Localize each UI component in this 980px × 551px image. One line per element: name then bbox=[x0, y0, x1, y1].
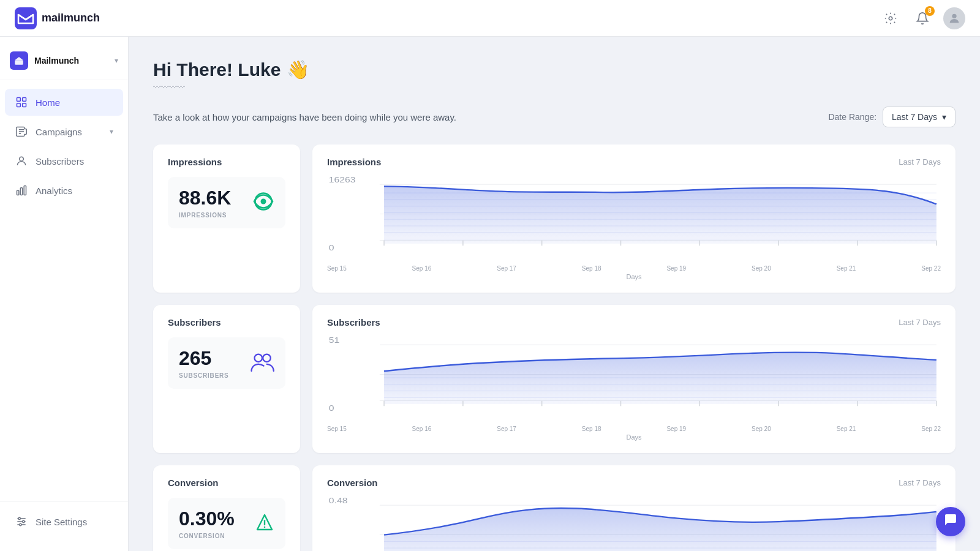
date-range-label: Date Range: bbox=[828, 112, 876, 122]
sidebar-site-settings-label: Site Settings bbox=[36, 517, 113, 527]
sub-x-label-1: Sep 16 bbox=[412, 425, 432, 432]
sub-x-label-5: Sep 20 bbox=[752, 425, 771, 432]
impressions-unit: IMPRESSIONS bbox=[179, 212, 231, 219]
org-chevron-icon: ▾ bbox=[115, 56, 118, 65]
impressions-card-title: Impressions bbox=[168, 157, 285, 167]
subscribers-row: Subscribers 265 SUBSCRIBERS bbox=[153, 305, 956, 453]
page-header: Hi There! Luke 👋 〰〰〰〰 bbox=[153, 59, 956, 92]
conversion-chart-title: Conversion bbox=[327, 478, 378, 488]
sidebar-divider bbox=[0, 80, 128, 80]
logo[interactable]: mailmunch bbox=[15, 7, 100, 29]
subscribers-chart-title: Subscribers bbox=[327, 317, 380, 328]
stats-grid: Impressions 88.6K IMPRESSIONS bbox=[153, 144, 956, 551]
campaigns-icon bbox=[15, 126, 28, 138]
settings-icon bbox=[884, 12, 897, 25]
subscribers-value: 265 bbox=[179, 347, 229, 370]
mailmunch-logo-icon bbox=[15, 7, 37, 29]
notification-badge: 8 bbox=[925, 6, 935, 16]
sidebar-item-campaigns[interactable]: Campaigns ▾ bbox=[5, 118, 123, 145]
subscribers-stat-inner: 265 SUBSCRIBERS bbox=[168, 337, 285, 389]
impressions-days-label: Days bbox=[327, 273, 941, 280]
svg-point-50 bbox=[264, 527, 266, 528]
subtitle-wave: 〰〰〰〰 bbox=[153, 83, 956, 92]
sidebar-item-analytics[interactable]: Analytics bbox=[5, 177, 123, 204]
sidebar-item-home[interactable]: Home bbox=[5, 89, 123, 116]
campaigns-chevron-icon: ▾ bbox=[110, 127, 113, 136]
svg-text:0: 0 bbox=[329, 404, 334, 413]
svg-rect-3 bbox=[15, 60, 23, 65]
impressions-stat-inner: 88.6K IMPRESSIONS bbox=[168, 177, 285, 228]
subscribers-stat-card: Subscribers 265 SUBSCRIBERS bbox=[153, 305, 300, 453]
impressions-chart-range: Last 7 Days bbox=[899, 157, 941, 167]
chat-button[interactable] bbox=[936, 507, 965, 536]
subscribers-chart-card: Subscribers Last 7 Days 51 0 bbox=[312, 305, 956, 453]
impressions-stat-card: Impressions 88.6K IMPRESSIONS bbox=[153, 144, 300, 293]
settings-icon-button[interactable] bbox=[880, 7, 902, 29]
impressions-chart: 16263 0 bbox=[327, 174, 941, 260]
topnav-actions: 8 bbox=[880, 7, 965, 29]
subscribers-card-title: Subscribers bbox=[168, 317, 285, 328]
svg-text:51: 51 bbox=[329, 336, 340, 345]
sidebar-item-subscribers[interactable]: Subscribers bbox=[5, 148, 123, 174]
x-label-7: Sep 22 bbox=[921, 265, 941, 272]
x-label-4: Sep 19 bbox=[666, 265, 686, 272]
date-range-row: Date Range: Last 7 Days ▾ bbox=[828, 107, 956, 127]
sidebar-home-label: Home bbox=[36, 97, 113, 108]
sub-x-label-2: Sep 17 bbox=[497, 425, 516, 432]
sidebar-spacer bbox=[0, 205, 128, 501]
svg-rect-5 bbox=[23, 98, 26, 102]
logo-text: mailmunch bbox=[42, 12, 100, 24]
conversion-chart-card: Conversion Last 7 Days 0.48 0 bbox=[312, 465, 956, 551]
subscribers-unit: SUBSCRIBERS bbox=[179, 372, 229, 379]
svg-point-1 bbox=[889, 17, 892, 20]
date-range-value: Last 7 Days bbox=[892, 112, 937, 122]
org-icon bbox=[10, 51, 28, 70]
sub-x-label-7: Sep 22 bbox=[921, 425, 941, 432]
subscribers-icon bbox=[15, 155, 28, 167]
impressions-x-labels: Sep 15 Sep 16 Sep 17 Sep 18 Sep 19 Sep 2… bbox=[327, 265, 941, 272]
x-label-5: Sep 20 bbox=[752, 265, 771, 272]
subtitle-row: Take a look at how your campaigns have b… bbox=[153, 107, 956, 127]
avatar-icon bbox=[948, 12, 961, 25]
greeting-text: Hi There! Luke bbox=[153, 59, 281, 80]
top-navigation: mailmunch 8 bbox=[0, 0, 980, 37]
svg-text:0: 0 bbox=[329, 244, 334, 252]
sidebar-analytics-label: Analytics bbox=[36, 186, 113, 196]
avatar[interactable] bbox=[943, 7, 965, 29]
svg-rect-10 bbox=[20, 188, 22, 195]
conversion-stat-inner: 0.30% CONVERSION bbox=[168, 498, 285, 549]
sidebar-org[interactable]: Mailmunch ▾ bbox=[0, 47, 128, 80]
org-name: Mailmunch bbox=[34, 56, 108, 66]
analytics-icon bbox=[15, 184, 28, 197]
impressions-chart-header: Impressions Last 7 Days bbox=[327, 157, 941, 167]
svg-text:0.48: 0.48 bbox=[329, 497, 348, 505]
svg-point-16 bbox=[23, 520, 24, 522]
x-label-2: Sep 17 bbox=[497, 265, 516, 272]
x-label-1: Sep 16 bbox=[412, 265, 432, 272]
subscribers-chart: 51 0 bbox=[327, 335, 941, 421]
conversion-card-title: Conversion bbox=[168, 478, 285, 488]
subscribers-x-labels: Sep 15 Sep 16 Sep 17 Sep 18 Sep 19 Sep 2… bbox=[327, 425, 941, 432]
subscribers-icon bbox=[250, 351, 274, 375]
svg-rect-9 bbox=[17, 190, 19, 195]
conversion-chart: 0.48 0 bbox=[327, 495, 941, 551]
wave-emoji: 👋 bbox=[287, 59, 309, 80]
site-settings-icon bbox=[15, 515, 28, 528]
svg-point-33 bbox=[255, 354, 263, 362]
impressions-chart-title: Impressions bbox=[327, 157, 381, 167]
impressions-row: Impressions 88.6K IMPRESSIONS bbox=[153, 144, 956, 293]
date-range-select[interactable]: Last 7 Days ▾ bbox=[883, 107, 956, 127]
notification-button[interactable]: 8 bbox=[911, 7, 933, 29]
x-label-3: Sep 18 bbox=[582, 265, 601, 272]
conversion-value: 0.30% bbox=[179, 508, 235, 530]
x-label-6: Sep 21 bbox=[837, 265, 856, 272]
impressions-value: 88.6K bbox=[179, 187, 231, 209]
sub-x-label-0: Sep 15 bbox=[327, 425, 347, 432]
svg-rect-6 bbox=[17, 103, 21, 107]
sidebar-item-site-settings[interactable]: Site Settings bbox=[5, 508, 123, 535]
sidebar-bottom: Site Settings bbox=[0, 501, 128, 541]
svg-point-34 bbox=[263, 354, 271, 362]
svg-rect-11 bbox=[24, 186, 26, 195]
sub-x-label-3: Sep 18 bbox=[582, 425, 601, 432]
conversion-stat-card: Conversion 0.30% CONVERSION bbox=[153, 465, 300, 551]
